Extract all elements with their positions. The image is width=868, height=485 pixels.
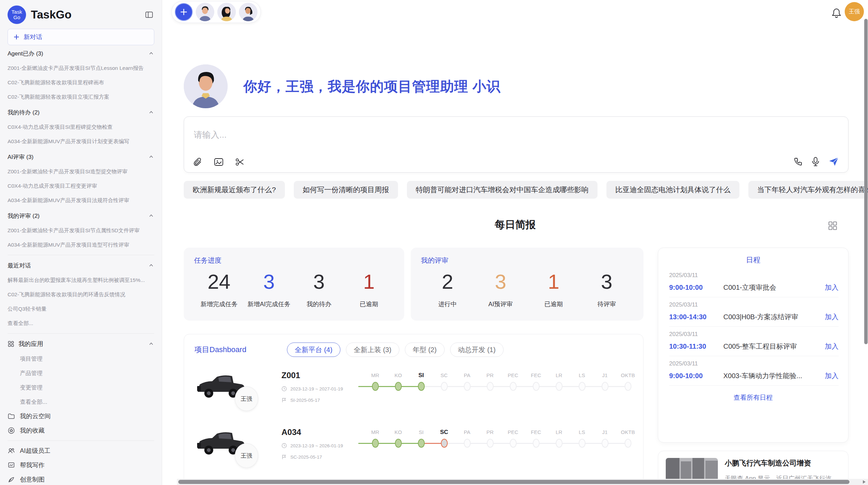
list-item[interactable]: 解释最新出台的欧盟报废车法规再生塑料比例被调至15%... — [8, 273, 154, 287]
stat-ai-pre-review: 3 AI预评审 — [474, 269, 527, 308]
section-my-review[interactable]: 我的评审 (2) — [8, 208, 154, 223]
list-item[interactable]: A034-全新新能源MUV产品开发项目计划变更表编写 — [8, 134, 154, 149]
section-recent-chats[interactable]: 最近对话 — [8, 258, 154, 273]
attach-icon[interactable] — [193, 157, 203, 167]
divider — [8, 333, 154, 334]
section-my-todo[interactable]: 我的待办 (2) — [8, 105, 154, 120]
join-button[interactable]: 加入 — [825, 312, 839, 322]
flag-icon — [281, 397, 287, 403]
join-button[interactable]: 加入 — [825, 342, 839, 351]
list-item[interactable]: C02-飞腾新能源轻客改款项目立项汇报方案 — [8, 90, 154, 104]
section-title: 我的评审 (2) — [8, 212, 40, 220]
sidebar-item-label: 我的云空间 — [20, 412, 51, 420]
suggestion-chip[interactable]: 特朗普可能对进口汽车增税会对中国车企造成哪些影响 — [407, 181, 598, 199]
schedule-time: 10:30-11:30 — [669, 343, 723, 350]
card-title: 我的评审 — [421, 256, 633, 265]
project-name: A034 — [281, 427, 343, 437]
list-item[interactable]: A034-全新新能源MUV产品开发项目造型可行性评审 — [8, 238, 154, 252]
tab-powertrain-dev[interactable]: 动总开发 (1) — [450, 343, 504, 357]
join-button[interactable]: 加入 — [825, 371, 839, 381]
voice-call-icon[interactable] — [793, 157, 803, 166]
folder-icon — [8, 412, 15, 420]
sidebar-collapse-icon[interactable] — [144, 10, 154, 20]
app-item-product-mgmt[interactable]: 产品管理 — [8, 366, 154, 380]
new-chat-button[interactable]: 新对话 — [8, 29, 154, 45]
section-title: 我的待办 (2) — [8, 109, 40, 116]
send-icon[interactable] — [828, 157, 839, 167]
avatar[interactable] — [196, 3, 214, 21]
project-dates: 2023-12-19 ~ 2026-01-19 — [281, 443, 343, 448]
join-button[interactable]: 加入 — [825, 283, 839, 292]
project-row[interactable]: 王强 A034 2023-12-19 ~ 2026-01-19 SC-2025-… — [194, 424, 633, 480]
composer-placeholder: 请输入... — [194, 129, 227, 140]
suggestion-chip[interactable]: 如何写一份清晰的项目周报 — [294, 181, 398, 199]
chevron-up-icon — [148, 213, 154, 219]
avatar[interactable] — [217, 3, 236, 21]
list-item[interactable]: A034-全新新能源MUV产品开发项目法规符合性评审 — [8, 193, 154, 208]
chat-composer[interactable]: 请输入... — [184, 116, 848, 173]
schedule-event: X003-车辆动力学性能验... — [723, 371, 820, 381]
avatar[interactable] — [239, 3, 257, 21]
project-owner-badge: 王强 — [235, 443, 258, 468]
view-all-apps[interactable]: 查看全部... — [8, 395, 154, 409]
chevron-up-icon — [148, 50, 154, 57]
suggestion-chip[interactable]: 欧洲新规最近颁布了什么? — [184, 181, 285, 199]
briefing-layout-icon[interactable] — [828, 221, 838, 231]
sidebar-item-creative-drawing[interactable]: 创意制图 — [8, 472, 154, 485]
list-item[interactable]: C02-飞腾新能源轻客改款项目的闭环通告反馈情况 — [8, 287, 154, 302]
view-all-schedule-link[interactable]: 查看所有日程 — [658, 393, 848, 402]
project-row[interactable]: 王强 Z001 2023-12-19 ~ 2027-01-19 SI-2025-… — [194, 367, 633, 423]
section-ai-review[interactable]: AI评审 (3) — [8, 149, 154, 164]
clock-icon — [281, 386, 287, 391]
chevron-up-icon — [148, 109, 154, 115]
section-agent-done[interactable]: Agent已办 (3) — [8, 46, 154, 61]
sidebar-item-cloud-space[interactable]: 我的云空间 — [8, 409, 154, 423]
schedule-event: C005-整车工程目标评审 — [723, 342, 820, 351]
tab-model-year[interactable]: 年型 (2) — [405, 343, 445, 357]
list-item[interactable]: Z001-全新燃油轻卡产品开发项目SI造型提交物评审 — [8, 164, 154, 179]
flag-icon — [281, 454, 287, 460]
app-item-change-mgmt[interactable]: 变更管理 — [8, 380, 154, 395]
sidebar-item-favorites[interactable]: 我的收藏 — [8, 423, 154, 438]
divider — [8, 440, 154, 441]
list-item[interactable]: C0X4-动力总成开发项目SI里程碑提交物检查 — [8, 120, 154, 134]
chevron-up-icon — [148, 341, 154, 347]
sidebar-item-ai-super-staff[interactable]: AI超级员工 — [8, 444, 154, 458]
scissors-icon[interactable] — [235, 157, 245, 167]
horizontal-scrollbar[interactable] — [177, 479, 868, 485]
list-item[interactable]: 公司Q3轻卡销量 — [8, 302, 154, 316]
tab-new-upfit[interactable]: 全新上装 (3) — [346, 343, 399, 357]
sidebar-item-label: 创意制图 — [20, 475, 45, 484]
schedule-date: 2025/03/11 — [669, 301, 839, 308]
schedule-time: 13:00-14:30 — [669, 313, 723, 321]
schedule-time: 9:00-10:00 — [669, 372, 723, 380]
list-item[interactable]: C0X4-动力总成开发项目工程变更评审 — [8, 179, 154, 193]
notification-bell-icon[interactable] — [831, 8, 842, 18]
vertical-scrollbar-thumb[interactable] — [864, 19, 868, 344]
list-item[interactable]: Z001-全新燃油皮卡产品开发项目SI节点Lesson Learn报告 — [8, 61, 154, 75]
tab-all-new-platform[interactable]: 全新平台 (4) — [287, 343, 340, 357]
list-item[interactable]: Z001-全新燃油轻卡产品开发项目SI节点属性5D文件评审 — [8, 223, 154, 238]
add-member-button[interactable] — [175, 3, 193, 21]
user-avatar[interactable]: 王强 — [845, 2, 864, 21]
daily-briefing-title: 每日简报 — [162, 218, 868, 232]
image-upload-icon[interactable] — [214, 157, 224, 167]
logo-text-bottom: Go — [13, 15, 20, 20]
suggestion-chip[interactable]: 比亚迪全固态电池计划具体说了什么 — [606, 181, 739, 199]
app-item-project-mgmt[interactable]: 项目管理 — [8, 351, 154, 366]
app-title: TaskGo — [31, 8, 144, 21]
view-all-chats[interactable]: 查看全部... — [8, 316, 154, 331]
schedule-event: C003|H0B-方案冻结评审 — [723, 312, 820, 322]
star-badge-icon — [8, 427, 15, 434]
milestone-timeline: MR KO SI SC PA PR PEC FEC LR LS J1 OKTB — [364, 371, 639, 395]
logo-row: Task Go TaskGo — [8, 5, 154, 25]
card-title: 任务进度 — [194, 256, 394, 265]
list-item[interactable]: C02-飞腾新能源轻客改款项目里程碑画布 — [8, 75, 154, 90]
horizontal-scrollbar-thumb[interactable] — [178, 480, 849, 484]
microphone-icon[interactable] — [811, 157, 820, 167]
sidebar-item-help-write[interactable]: 帮我写作 — [8, 458, 154, 472]
section-title: AI评审 (3) — [8, 153, 34, 161]
scroll-right-arrow-icon[interactable] — [863, 480, 866, 484]
section-my-apps[interactable]: 我的应用 — [8, 336, 154, 351]
suggestion-chip[interactable]: 当下年轻人对汽车外观有怎样的喜好趋势 — [748, 181, 868, 199]
